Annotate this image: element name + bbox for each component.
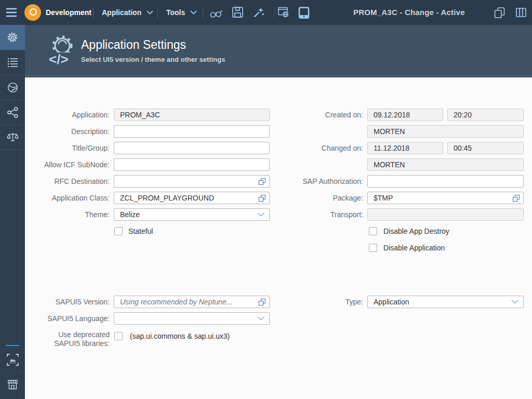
mobile-preview-icon[interactable] [298,7,310,19]
disable-app-destroy-label: Disable App Destroy [383,227,449,235]
sapui5-language-label: SAPUI5 Language: [10,312,110,325]
package-label: Package: [264,192,363,204]
separator [274,7,275,18]
menu-application-label: Application [102,8,141,17]
menu-tools[interactable]: Tools [166,0,197,25]
sap-authorization-input[interactable] [368,176,523,187]
use-deprecated-checkbox[interactable] [114,332,123,340]
created-time-input [448,109,523,121]
brand-title: Development [46,0,91,25]
type-select[interactable]: Application [367,296,524,308]
type-value: Application [368,296,511,308]
hamburger-menu-icon[interactable] [6,8,17,17]
chevron-down-icon [190,10,197,15]
package-input[interactable] [368,192,513,204]
sidebar-item-globe[interactable] [0,75,25,100]
stateful-label: Stateful [128,227,153,235]
disable-application-checkbox[interactable] [369,244,377,252]
theme-value: Belize [114,209,257,220]
menu-application[interactable]: Application [102,0,153,25]
sidebar-item-screenshot[interactable] [0,347,25,372]
changed-by-field [367,158,524,171]
disable-application-label: Disable Application [383,244,445,252]
rfc-destination-input[interactable] [114,176,259,187]
created-date-input [368,109,443,121]
sapui5-version-field[interactable] [114,296,270,308]
page-subtitle: Select UI5 version / theme and other set… [81,56,225,63]
changed-by-input [368,159,523,170]
sapui5-language-select[interactable] [114,312,270,325]
gear-icon [6,31,19,44]
application-field [114,109,270,121]
sidebar-item-store[interactable] [0,372,25,397]
separator [93,7,94,18]
sapui5-version-input[interactable] [114,296,259,308]
application-settings-icon: </> [47,31,80,68]
top-bar: Development Application Tools [0,0,532,25]
stateful-checkbox[interactable] [114,227,123,235]
application-class-input[interactable] [114,192,259,204]
chevron-down-icon [147,10,153,15]
changed-on-label: Changed on: [264,142,363,154]
preview-browser-icon[interactable] [278,7,290,18]
type-label: Type: [264,296,363,308]
title-group-input[interactable] [114,142,269,154]
logo-ring [30,8,37,16]
value-help-icon[interactable] [513,195,520,202]
screenshot-icon [7,354,19,366]
transport-label: Transport: [264,208,363,221]
rfc-destination-label: RFC Destination: [10,175,110,188]
list-icon [7,57,19,69]
menu-tools-label: Tools [166,8,185,17]
changed-date-input [368,142,443,154]
title-group-label: Title/Group: [10,142,110,154]
application-class-field[interactable] [114,192,270,204]
transport-field [367,208,524,221]
package-field[interactable] [367,192,524,204]
application-label: Application: [10,109,110,121]
sap-authorization-label: SAP Authorization: [264,175,363,188]
sidebar-indicator-line [6,345,19,346]
application-class-label: Application Class: [10,192,110,204]
allow-icf-subnode-label: Allow ICF SubNode: [10,158,110,171]
svg-text:</>: </> [49,51,69,67]
created-on-label: Created on: [264,109,363,121]
application-input [114,109,269,121]
separator [203,7,203,18]
rfc-destination-field[interactable] [114,175,270,188]
store-icon [7,379,19,391]
changed-date-field [367,142,443,154]
copy-icon[interactable] [494,7,505,18]
allow-icf-subnode-field[interactable] [114,158,270,171]
page-header: </> Application Settings Select UI5 vers… [25,25,532,75]
chevron-down-icon[interactable] [257,316,264,321]
title-group-field[interactable] [114,142,270,154]
allow-icf-subnode-input[interactable] [114,159,269,170]
changed-time-field [447,142,524,154]
chevron-down-icon[interactable] [257,212,264,217]
neptune-logo[interactable] [24,4,41,21]
sap-authorization-field[interactable] [367,175,524,188]
transport-input [368,209,523,220]
sidebar-item-settings[interactable] [0,25,25,50]
theme-select[interactable]: Belize [114,208,270,221]
sidebar-item-list[interactable] [0,50,25,75]
theme-label: Theme: [10,208,110,221]
separator [157,7,158,18]
changed-time-input [448,142,523,154]
description-label: Description: [10,125,110,138]
save-icon[interactable] [232,7,243,18]
disable-app-destroy-checkbox[interactable] [369,227,377,235]
sapui5-version-label: SAPUI5 Version: [10,296,110,308]
description-field[interactable] [114,125,270,138]
layout-columns-icon[interactable] [516,8,526,17]
magic-wand-icon[interactable] [252,6,265,19]
glasses-icon[interactable] [210,8,223,18]
created-by-input [368,126,523,137]
created-time-field [447,109,524,121]
window-title: PROM_A3C - Change - Active [353,0,465,25]
chevron-down-icon[interactable] [511,300,518,304]
globe-icon [7,82,19,94]
created-date-field [367,109,443,121]
description-input[interactable] [114,126,269,137]
